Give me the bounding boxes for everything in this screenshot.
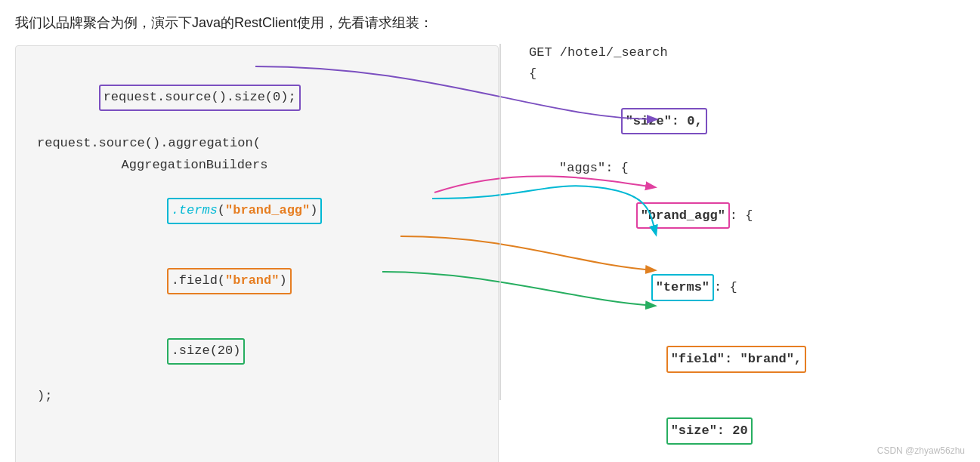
rbox-size: "size": 0,: [621, 108, 707, 135]
get-header: GET /hotel/_search: [529, 45, 965, 60]
right-line-3: "aggs": {: [529, 157, 965, 180]
watermark: CSDN @zhyaw56zhu: [877, 445, 965, 456]
rbox-brand-agg: "brand_agg": [636, 202, 730, 229]
code-line-3: AggregationBuilders: [37, 155, 477, 177]
page-container: 我们以品牌聚合为例，演示下Java的RestClient使用，先看请求组装： r…: [0, 0, 980, 462]
content-area: request.source().size(0); request.source…: [15, 45, 965, 462]
right-line-2: "size": 0,: [529, 85, 965, 157]
highlight-green-size: .size(20): [167, 338, 246, 365]
code-line-6: .size(20): [37, 316, 477, 387]
page-title: 我们以品牌聚合为例，演示下Java的RestClient使用，先看请求组装：: [15, 14, 965, 32]
code-line-2: request.source().aggregation(: [37, 133, 477, 155]
code-line-5: .field("brand"): [37, 246, 477, 316]
terms-text: .terms: [172, 203, 218, 217]
brand-text: "brand": [225, 273, 279, 288]
right-panel: GET /hotel/_search { "size": 0, "aggs": …: [499, 45, 965, 462]
right-line-6: "field": "brand",: [529, 323, 965, 395]
right-line-5: "terms": {: [529, 251, 965, 323]
right-line-4: "brand_agg": {: [529, 180, 965, 251]
highlight-orange-field: .field("brand"): [167, 268, 292, 294]
rbox-terms: "terms": [651, 274, 714, 301]
rbox-field: "field": "brand",: [666, 346, 806, 373]
rbox-size-20: "size": 20: [666, 417, 753, 445]
code-line-4: .terms("brand_agg"): [37, 176, 477, 246]
code-line-7: );: [37, 386, 477, 408]
brand-agg-text: "brand_agg": [225, 203, 310, 217]
highlight-purple-size: request.source().size(0);: [99, 85, 301, 111]
right-line-1: {: [529, 63, 965, 85]
highlight-cyan-terms: .terms("brand_agg"): [167, 198, 323, 224]
left-code-panel: request.source().size(0); request.source…: [15, 45, 499, 462]
code-line-1: request.source().size(0);: [37, 63, 477, 133]
